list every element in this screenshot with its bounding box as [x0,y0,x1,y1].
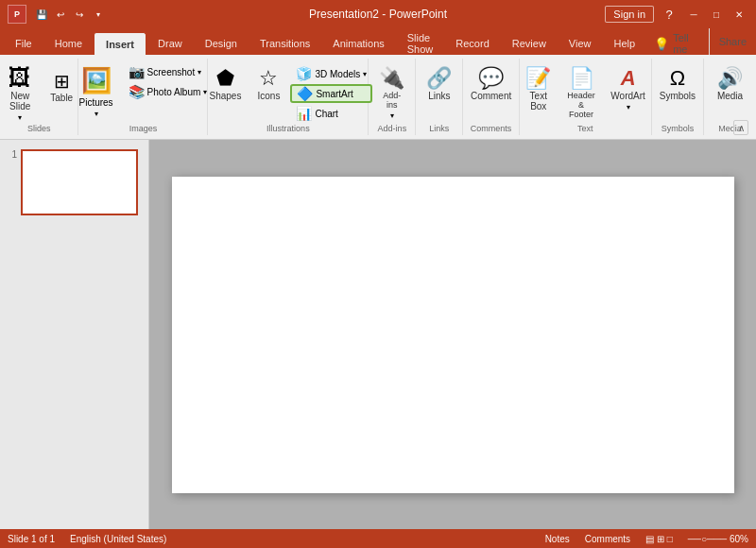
slides-group-content: 🖼 NewSlide ▾ ⊞ Table [0,62,78,122]
collapse-ribbon-button[interactable]: ∧ [733,120,748,135]
comment-label: Comment [471,91,511,101]
screenshot-button[interactable]: 📷 Screenshot ▾ [123,62,214,81]
links-group-label: Links [416,124,462,133]
title-bar-right: Sign in ? ─ □ ✕ [605,6,748,23]
share-button[interactable]: Share [709,28,756,55]
chart-button[interactable]: 📊 Chart [290,104,372,123]
save-icon[interactable]: 💾 [34,7,49,22]
app-title: Presentation2 - PowerPoint [309,8,447,21]
canvas-area[interactable] [149,140,756,529]
ribbon-content: 🖼 NewSlide ▾ ⊞ Table Slides 🖼️ Pictures … [0,55,756,140]
slide-preview-1 [21,149,138,215]
tab-animations[interactable]: Animations [321,32,395,55]
tab-review[interactable]: Review [501,32,558,55]
symbols-group-content: Ω Symbols [654,62,701,122]
media-button[interactable]: 🔊 Media [712,62,748,117]
table-label: Table [50,93,73,103]
wordart-label: WordArt [610,91,645,101]
text-box-button[interactable]: 📝 TextBox [521,62,557,117]
close-button[interactable]: ✕ [730,7,748,22]
maximize-button[interactable]: □ [707,7,726,22]
tab-slideshow[interactable]: Slide Show [396,32,445,55]
symbols-icon: Ω [670,68,685,89]
comments-status-button[interactable]: Comments [585,534,630,544]
links-button[interactable]: 🔗 Links [421,62,457,117]
icons-icon: ☆ [259,68,278,89]
customize-qat-icon[interactable]: ▾ [91,7,106,22]
illustrations-group-content: ⬟ Shapes ☆ Icons 🧊 3D Models ▾ 🔷 SmartAr… [204,62,373,123]
minimize-button[interactable]: ─ [684,7,703,22]
chart-icon: 📊 [296,106,312,121]
help-icon[interactable]: ? [662,7,677,22]
smartart-button[interactable]: 🔷 SmartArt [290,84,372,103]
shapes-label: Shapes [210,91,242,101]
slide-thumbnail-1[interactable]: 1 [4,147,145,217]
icons-button[interactable]: ☆ Icons [250,62,286,117]
wordart-icon: A [621,68,636,89]
pictures-label: Pictures [78,97,112,108]
ribbon-group-symbols: Ω Symbols Symbols [652,59,704,135]
pictures-button[interactable]: 🖼️ Pictures ▾ [73,62,118,117]
pictures-arrow: ▾ [94,110,98,118]
3d-models-button[interactable]: 🧊 3D Models ▾ [290,64,372,83]
wordart-button[interactable]: A WordArt ▾ [606,62,649,117]
title-bar: P 💾 ↩ ↪ ▾ Presentation2 - PowerPoint Sig… [0,0,756,28]
slides-group-label: Slides [0,124,77,133]
tab-draw[interactable]: Draw [146,32,194,55]
header-footer-button[interactable]: 📄 Header& Footer [560,62,603,117]
tab-design[interactable]: Design [194,32,249,55]
signin-button[interactable]: Sign in [605,6,654,23]
addins-arrow: ▾ [390,111,394,120]
undo-icon[interactable]: ↩ [53,7,68,22]
new-slide-button[interactable]: 🖼 NewSlide ▾ [0,62,41,119]
ribbon-tabs-row: File Home Insert Draw Design Transitions… [4,32,646,55]
icons-label: Icons [257,91,280,101]
notes-button[interactable]: Notes [545,534,570,544]
table-icon: ⊞ [54,72,70,91]
window-controls: ─ □ ✕ [684,7,748,22]
lightbulb-icon: 💡 [654,37,669,51]
tab-record[interactable]: Record [444,32,500,55]
wordart-arrow: ▾ [627,103,630,111]
shapes-button[interactable]: ⬟ Shapes [204,62,248,117]
ribbon-group-images: 🖼️ Pictures ▾ 📷 Screenshot ▾ 📚 Photo Alb… [78,59,208,135]
3d-models-arrow: ▾ [363,70,367,78]
tab-view[interactable]: View [558,32,603,55]
screenshot-label: Screenshot [147,67,196,77]
ribbon-group-links: 🔗 Links Links [416,59,463,135]
media-group-content: 🔊 Media [712,62,748,122]
new-slide-label: NewSlide [9,91,30,111]
images-group-label: Images [78,124,207,133]
header-footer-label: Header& Footer [566,91,597,119]
slide-info: Slide 1 of 1 [8,534,55,544]
media-label: Media [717,91,743,101]
tab-home[interactable]: Home [43,32,94,55]
3dmodels-smartart-chart-col: 🧊 3D Models ▾ 🔷 SmartArt 📊 Chart [290,62,372,123]
symbols-button[interactable]: Ω Symbols [654,62,701,117]
pictures-icon: 🖼️ [81,66,112,95]
tab-file[interactable]: File [4,32,43,55]
header-footer-icon: 📄 [569,68,594,89]
smartart-label: SmartArt [316,89,352,99]
tell-me-area[interactable]: 💡 Tell me [646,32,709,55]
smartart-icon: 🔷 [297,86,313,101]
tab-transitions[interactable]: Transitions [249,32,321,55]
photo-album-label: Photo Album [147,87,201,97]
links-icon: 🔗 [426,68,452,89]
3d-models-label: 3D Models [315,69,360,79]
text-box-icon: 📝 [525,68,551,89]
comments-group-label: Comments [463,124,518,133]
tell-me-label: Tell me [673,32,701,55]
ribbon-group-comments: 💬 Comment Comments [463,59,519,135]
new-slide-arrow: ▾ [18,113,22,122]
tab-help[interactable]: Help [603,32,647,55]
links-label: Links [428,91,450,101]
screenshot-icon: 📷 [129,64,145,79]
addins-label: Add-ins [383,91,401,110]
photo-album-button[interactable]: 📚 Photo Album ▾ [123,82,214,101]
tab-insert[interactable]: Insert [94,32,146,55]
ribbon-group-addins: 🔌 Add-ins ▾ Add-ins [369,59,416,135]
addins-button[interactable]: 🔌 Add-ins ▾ [373,62,410,117]
redo-icon[interactable]: ↪ [72,7,87,22]
comment-button[interactable]: 💬 Comment [465,62,517,117]
